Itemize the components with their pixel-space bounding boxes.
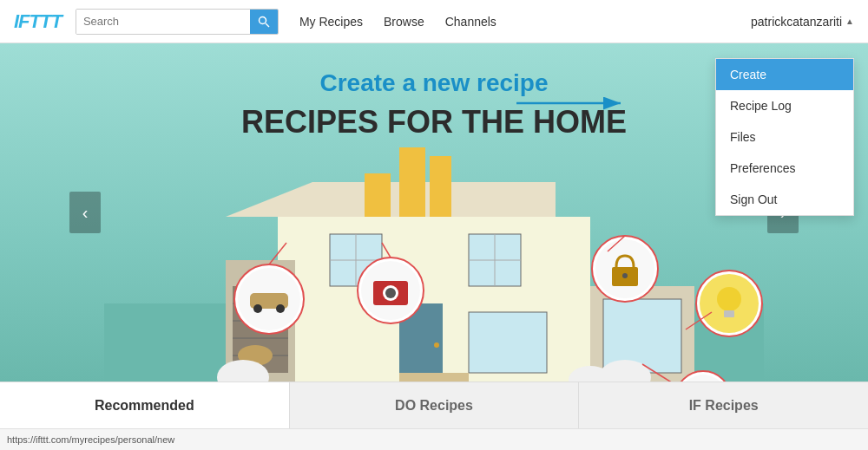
search-input[interactable] <box>76 10 250 34</box>
tab-do-recipes[interactable]: DO Recipes <box>290 382 580 428</box>
prev-arrow-button[interactable]: ‹ <box>69 192 101 233</box>
svg-rect-8 <box>430 156 451 217</box>
svg-point-40 <box>385 288 396 298</box>
svg-rect-48 <box>724 310 734 317</box>
svg-point-47 <box>717 287 741 311</box>
nav-my-recipes[interactable]: My Recipes <box>299 15 363 29</box>
house-illustration: 72° <box>104 130 764 382</box>
logo[interactable]: IFTTT <box>14 10 62 33</box>
svg-rect-24 <box>469 312 547 373</box>
username-label: patrickcatanzariti <box>751 15 842 29</box>
svg-point-35 <box>276 304 285 313</box>
nav-channels[interactable]: Channels <box>445 15 496 29</box>
svg-rect-6 <box>399 147 425 217</box>
caret-icon: ▲ <box>845 16 854 26</box>
svg-point-44 <box>622 273 628 278</box>
bottom-tabs: Recommended DO Recipes IF Recipes <box>0 382 868 428</box>
search-button[interactable] <box>250 9 278 35</box>
status-bar: https://ifttt.com/myrecipes/personal/new <box>0 428 868 450</box>
svg-point-0 <box>259 16 266 23</box>
tab-if-recipes[interactable]: IF Recipes <box>579 382 868 428</box>
dropdown-sign-out[interactable]: Sign Out <box>716 184 853 215</box>
tab-recommended[interactable]: Recommended <box>0 382 290 428</box>
svg-marker-4 <box>226 182 312 217</box>
dropdown-recipe-log[interactable]: Recipe Log <box>716 90 853 121</box>
svg-rect-27 <box>399 373 469 382</box>
navbar: IFTTT My Recipes Browse Channels patrick… <box>0 0 868 43</box>
svg-line-1 <box>266 23 269 27</box>
hero-arrow <box>512 90 634 120</box>
search-icon <box>258 16 270 28</box>
svg-rect-7 <box>365 173 391 217</box>
main-nav: My Recipes Browse Channels <box>299 15 496 29</box>
dropdown-preferences[interactable]: Preferences <box>716 153 853 184</box>
svg-point-17 <box>434 342 439 348</box>
user-dropdown: Create Recipe Log Files Preferences Sign… <box>715 58 854 216</box>
search-wrapper <box>76 9 279 35</box>
nav-browse[interactable]: Browse <box>384 15 424 29</box>
status-url: https://ifttt.com/myrecipes/personal/new <box>7 434 174 445</box>
user-menu-trigger[interactable]: patrickcatanzariti ▲ Create Recipe Log F… <box>751 15 854 29</box>
svg-point-34 <box>253 304 262 313</box>
dropdown-create[interactable]: Create <box>716 59 853 90</box>
dropdown-files[interactable]: Files <box>716 121 853 153</box>
